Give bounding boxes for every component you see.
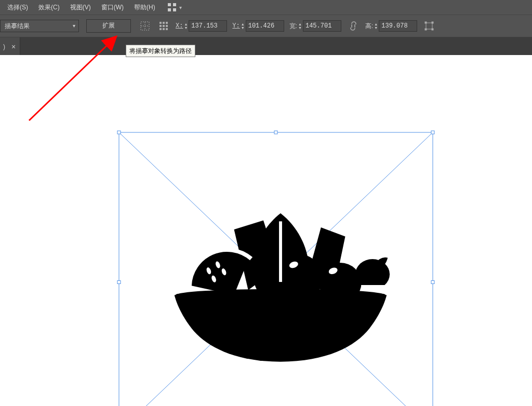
workspace-switcher-icon[interactable] (168, 3, 176, 11)
canvas[interactable] (0, 55, 532, 406)
stepper-arrows-icon[interactable]: ▲▼ (184, 22, 188, 30)
document-tab-bar: ) × (0, 37, 532, 57)
svg-rect-17 (425, 29, 427, 30)
menu-window[interactable]: 窗口(W) (96, 0, 129, 15)
svg-rect-27 (431, 281, 434, 284)
close-icon[interactable]: × (11, 43, 16, 51)
menu-select[interactable]: 选择(S) (2, 0, 33, 15)
w-input[interactable] (303, 20, 341, 32)
menu-bar: 选择(S) 效果(C) 视图(V) 窗口(W) 帮助(H) ▾ (0, 0, 532, 15)
svg-rect-3 (159, 22, 162, 24)
svg-rect-10 (163, 28, 165, 30)
distribute-grid-icon[interactable] (157, 19, 170, 33)
stepper-arrows-icon[interactable]: ▲▼ (374, 22, 378, 30)
svg-point-36 (280, 255, 322, 303)
tab-bar-spacer (20, 37, 532, 56)
document-tab[interactable]: ) × (0, 37, 20, 56)
svg-rect-26 (117, 281, 121, 284)
trace-preset-dropdown[interactable]: 描摹结果 ▾ (0, 20, 79, 32)
svg-rect-9 (159, 28, 162, 30)
x-label: X: (176, 22, 183, 30)
svg-rect-7 (163, 25, 165, 27)
svg-rect-25 (431, 131, 434, 134)
svg-rect-14 (426, 23, 432, 29)
svg-rect-24 (274, 131, 277, 134)
svg-rect-6 (159, 25, 162, 27)
menu-effect[interactable]: 效果(C) (33, 0, 65, 15)
free-transform-icon[interactable] (422, 19, 436, 33)
control-bar: 描摹结果 ▾ 扩展 X: ▲▼ Y: ▲▼ 宽: ▲▼ (0, 15, 532, 37)
menu-view[interactable]: 视图(V) (65, 0, 96, 15)
svg-rect-8 (166, 25, 168, 27)
artwork-fruit-bowl[interactable] (169, 209, 392, 366)
h-input[interactable] (379, 20, 417, 32)
document-tab-label: ) (0, 43, 8, 50)
chevron-down-icon: ▾ (73, 23, 75, 29)
y-label: Y: (232, 22, 240, 30)
x-input[interactable] (189, 20, 227, 32)
svg-rect-18 (432, 29, 433, 30)
y-input[interactable] (246, 20, 284, 32)
expand-tooltip: 将描摹对象转换为路径 (126, 45, 195, 57)
h-field[interactable]: ▲▼ (374, 20, 417, 32)
svg-rect-5 (166, 22, 168, 24)
chevron-down-icon[interactable]: ▾ (179, 5, 182, 10)
expand-button[interactable]: 扩展 (86, 19, 131, 33)
y-field[interactable]: ▲▼ (241, 20, 284, 32)
stepper-arrows-icon[interactable]: ▲▼ (241, 22, 245, 30)
svg-point-38 (319, 263, 362, 303)
svg-rect-23 (117, 131, 121, 134)
svg-rect-4 (163, 22, 165, 24)
h-label: 高: (365, 22, 373, 31)
x-field[interactable]: ▲▼ (184, 20, 227, 32)
stepper-arrows-icon[interactable]: ▲▼ (298, 22, 302, 30)
svg-rect-15 (425, 22, 427, 23)
align-dashed-icon[interactable] (138, 19, 152, 33)
menu-help[interactable]: 帮助(H) (129, 0, 161, 15)
trace-preset-label: 描摹结果 (5, 22, 30, 31)
w-label: 宽: (289, 22, 297, 31)
svg-rect-11 (166, 28, 168, 30)
w-field[interactable]: ▲▼ (298, 20, 341, 32)
link-wh-icon[interactable] (347, 19, 360, 33)
svg-rect-16 (432, 22, 433, 23)
